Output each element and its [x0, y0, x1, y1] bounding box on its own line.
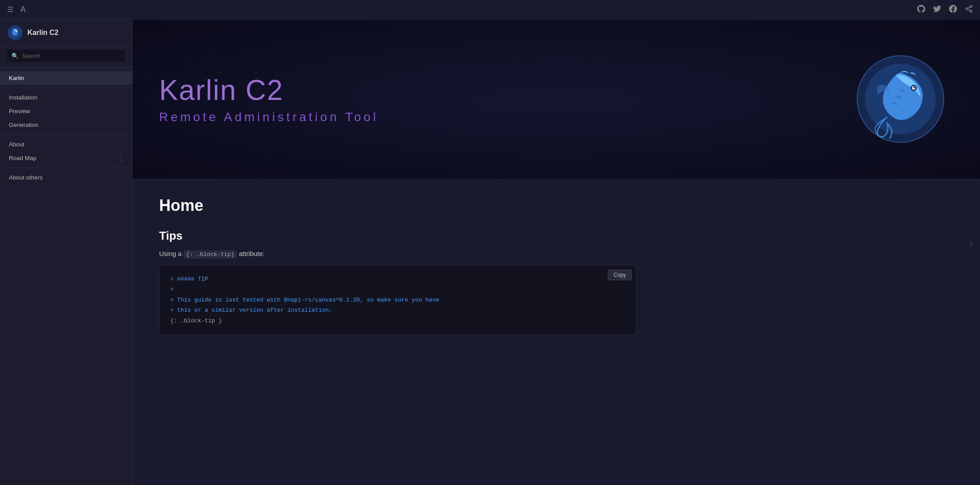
sidebar-divider-1 — [0, 88, 132, 88]
sidebar-item-about-others[interactable]: About others — [0, 171, 132, 184]
logo-title: Karlin C2 — [27, 29, 58, 37]
code-block: Copy > ##### TIP > > This guide is last … — [159, 265, 637, 335]
sidebar-item-generation[interactable]: Generation — [0, 118, 132, 132]
search-box[interactable]: 🔍 — [7, 50, 125, 62]
facebook-icon[interactable] — [949, 5, 957, 15]
svg-point-2 — [970, 10, 972, 12]
sidebar-item-karlin[interactable]: Karlin — [0, 71, 132, 85]
sidebar-search-area: 🔍 — [0, 46, 132, 68]
content-area: Home Tips Using a {: .block-tip} attribu… — [133, 179, 663, 353]
main-content: Karlin C2 Remote Administration Tool — [133, 19, 980, 485]
hero-dragon-logo — [856, 55, 945, 143]
page-home-title: Home — [159, 196, 637, 215]
svg-point-0 — [970, 5, 972, 8]
copy-button[interactable]: Copy — [608, 270, 632, 280]
github-icon[interactable] — [917, 5, 925, 15]
sidebar-item-about[interactable]: About — [0, 137, 132, 151]
svg-point-25 — [913, 87, 915, 88]
sidebar-divider-3 — [0, 168, 132, 168]
code-line-5: {: .block-tip } — [170, 316, 625, 326]
hero-banner: Karlin C2 Remote Administration Tool — [133, 19, 980, 179]
sidebar-divider-2 — [0, 134, 132, 135]
tips-description: Using a {: .block-tip} attribute: — [159, 250, 637, 258]
right-nav-arrow[interactable]: › — [970, 237, 973, 248]
font-icon[interactable]: A — [20, 5, 26, 14]
tips-code-inline: {: .block-tip} — [183, 250, 237, 259]
code-line-1: > ##### TIP — [170, 274, 625, 284]
svg-line-3 — [968, 9, 970, 11]
code-line-2: > — [170, 284, 625, 294]
topbar: ☰ A — [0, 0, 980, 19]
code-line-4: > this or a similar version after instal… — [170, 305, 625, 315]
sidebar: Karlin C2 🔍 Karlin Installation Preview … — [0, 19, 133, 485]
hero-subtitle: Remote Administration Tool — [159, 110, 378, 124]
code-line-3: > This guide is last tested with @napi-r… — [170, 295, 625, 305]
logo-area: Karlin C2 — [0, 19, 132, 46]
menu-icon[interactable]: ☰ — [7, 5, 13, 14]
hero-title: Karlin C2 — [159, 74, 378, 107]
sidebar-item-installation[interactable]: Installation — [0, 91, 132, 104]
tips-title: Tips — [159, 229, 637, 243]
svg-point-1 — [966, 8, 968, 10]
topbar-left: ☰ A — [7, 5, 26, 14]
topbar-right — [917, 5, 973, 15]
svg-line-4 — [968, 7, 970, 8]
share-icon[interactable] — [965, 5, 973, 15]
sidebar-item-roadmap[interactable]: Road Map ⋮ — [0, 151, 132, 165]
layout: Karlin C2 🔍 Karlin Installation Preview … — [0, 19, 980, 485]
sidebar-item-preview[interactable]: Preview — [0, 104, 132, 118]
hero-text-area: Karlin C2 Remote Administration Tool — [159, 74, 378, 124]
svg-point-7 — [15, 30, 17, 32]
logo-icon — [7, 25, 23, 41]
sidebar-nav: Karlin Installation Preview Generation A… — [0, 68, 132, 188]
twitter-icon[interactable] — [933, 5, 941, 15]
search-icon: 🔍 — [11, 53, 19, 59]
search-input[interactable] — [22, 53, 121, 59]
sidebar-dots-icon: ⋮ — [117, 153, 125, 163]
